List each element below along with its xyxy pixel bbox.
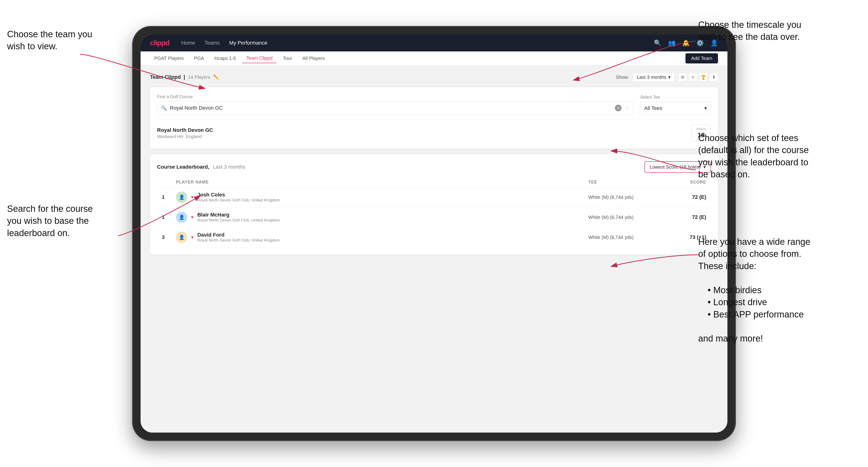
course-search-input[interactable]: Royal North Devon GC xyxy=(170,105,612,111)
player-rank: 1 xyxy=(162,214,176,220)
heart-icon[interactable]: ♥ xyxy=(191,215,194,220)
leaderboard-card: Course Leaderboard, Last 3 months Lowest… xyxy=(150,154,718,254)
find-course-label: Find a Golf Course xyxy=(157,94,633,99)
player-name: Josh Coles xyxy=(197,192,280,198)
bell-icon[interactable]: 🔔 xyxy=(682,39,690,47)
sub-nav-left: PGAT Players PGA Hcaps 1-5 Team Clippd T… xyxy=(150,54,329,63)
annotation-middle-right: Choose which set of tees (default is all… xyxy=(698,132,809,181)
search-icon[interactable]: 🔍 xyxy=(654,39,661,47)
col-tee: TEE xyxy=(588,180,659,185)
score-value: 72 (E) xyxy=(659,194,706,200)
view-icons: ⊞ ≡ 🏆 ⬇ xyxy=(678,73,718,81)
sub-nav-hcaps[interactable]: Hcaps 1-5 xyxy=(210,54,240,63)
ipad-frame: clippd Home Teams My Performance 🔍 👥 🔔 ⚙… xyxy=(132,26,736,441)
show-value: Last 3 months xyxy=(637,74,666,80)
score-select-value: Lowest Score (18 holes) xyxy=(650,164,701,170)
tee-select-section: Select Tee All Tees ▾ xyxy=(640,95,711,115)
nav-home[interactable]: Home xyxy=(181,40,195,46)
tee-text: White (M) (6,744 yds) xyxy=(588,195,659,200)
player-details: Josh Coles Royal North Devon Golf Club, … xyxy=(197,192,280,203)
tee-select[interactable]: All Tees ▾ xyxy=(640,102,711,115)
search-icon: 🔍 xyxy=(161,105,167,111)
heart-icon[interactable]: ♥ xyxy=(191,195,194,200)
col-player: PLAYER NAME xyxy=(176,180,588,185)
nav-teams[interactable]: Teams xyxy=(205,40,220,46)
app-logo: clippd xyxy=(150,39,169,47)
course-finder-card: Find a Golf Course 🔍 Royal North Devon G… xyxy=(150,87,718,149)
tee-value: All Tees xyxy=(644,105,662,111)
leaderboard-title: Course Leaderboard, Last 3 months xyxy=(157,164,245,170)
player-name: Blair McHarg xyxy=(197,212,280,218)
annotation-top-left: Choose the team you wish to view. xyxy=(7,28,92,53)
course-result-info: Royal North Devon GC Westward Ho!, Engla… xyxy=(157,127,213,139)
chevron-down-icon: ▾ xyxy=(668,74,671,80)
avatar: 👤 xyxy=(176,231,187,243)
table-row: 3 👤 ♥ David Ford Royal North Devon Golf … xyxy=(157,227,711,247)
nav-my-performance[interactable]: My Performance xyxy=(229,40,267,46)
player-details: Blair McHarg Royal North Devon Golf Club… xyxy=(197,212,280,223)
nav-links: Home Teams My Performance xyxy=(181,40,654,46)
annotation-bottom-left: Search for the course you wish to base t… xyxy=(7,203,93,239)
course-search-section: Find a Golf Course 🔍 Royal North Devon G… xyxy=(157,94,633,115)
team-name: Team Clippd | 14 Players xyxy=(150,74,210,80)
sub-nav-team-clippd[interactable]: Team Clippd xyxy=(242,54,277,63)
player-info: 👤 ♥ David Ford Royal North Devon Golf Cl… xyxy=(176,231,588,243)
list-view-button[interactable]: ≡ xyxy=(689,73,697,81)
col-rank xyxy=(162,180,176,185)
score-value: 72 (E) xyxy=(659,214,706,220)
add-team-button[interactable]: Add Team xyxy=(685,53,718,63)
player-club: Royal North Devon Golf Club, United King… xyxy=(197,198,280,203)
favorite-icon[interactable]: ☆ xyxy=(624,105,629,111)
holes-label: Holes xyxy=(696,127,706,131)
player-name: David Ford xyxy=(197,232,280,238)
course-finder-row: Find a Golf Course 🔍 Royal North Devon G… xyxy=(157,94,711,115)
clear-search-button[interactable]: ✕ xyxy=(615,105,621,111)
player-details: David Ford Royal North Devon Golf Club, … xyxy=(197,232,280,243)
leaderboard-header: Course Leaderboard, Last 3 months Lowest… xyxy=(157,161,711,173)
avatar: 👤 xyxy=(176,212,187,223)
edit-icon[interactable]: ✏️ xyxy=(213,74,219,80)
main-content: Team Clippd | 14 Players ✏️ Show: Last 3… xyxy=(141,66,727,433)
player-info: 👤 ♥ Josh Coles Royal North Devon Golf Cl… xyxy=(176,191,588,203)
show-select[interactable]: Last 3 months ▾ xyxy=(632,73,675,82)
player-info: 👤 ♥ Blair McHarg Royal North Devon Golf … xyxy=(176,212,588,223)
player-rank: 1 xyxy=(162,194,176,200)
course-result: Royal North Devon GC Westward Ho!, Engla… xyxy=(157,120,711,142)
sub-nav-pga[interactable]: PGA xyxy=(190,54,208,63)
player-count: 14 Players xyxy=(188,74,210,80)
annotation-bottom-right: Here you have a wide range of options to… xyxy=(698,236,810,345)
player-club: Royal North Devon Golf Club, United King… xyxy=(197,218,280,223)
grid-view-button[interactable]: ⊞ xyxy=(678,73,687,81)
avatar: 👤 xyxy=(176,191,187,203)
team-controls: Show: Last 3 months ▾ ⊞ ≡ 🏆 ⬇ xyxy=(616,73,718,82)
show-label: Show: xyxy=(616,74,629,80)
tee-text: White (M) (6,744 yds) xyxy=(588,215,659,220)
select-tee-label: Select Tee xyxy=(640,95,711,100)
sub-nav: PGAT Players PGA Hcaps 1-5 Team Clippd T… xyxy=(141,52,727,66)
nav-bar: clippd Home Teams My Performance 🔍 👥 🔔 ⚙… xyxy=(141,34,727,52)
course-result-location: Westward Ho!, England xyxy=(157,134,213,139)
sub-nav-pgat[interactable]: PGAT Players xyxy=(150,54,188,63)
sub-nav-all-players[interactable]: All Players xyxy=(298,54,329,63)
annotation-top-right: Choose the timescale you wish to see the… xyxy=(698,19,863,43)
ipad-screen: clippd Home Teams My Performance 🔍 👥 🔔 ⚙… xyxy=(141,34,727,433)
tee-text: White (M) (6,744 yds) xyxy=(588,235,659,240)
team-title: Team Clippd | 14 Players ✏️ xyxy=(150,74,219,80)
sub-nav-tour[interactable]: Tour xyxy=(279,54,296,63)
download-button[interactable]: ⬇ xyxy=(710,73,718,81)
heart-icon[interactable]: ♥ xyxy=(191,235,194,240)
users-icon[interactable]: 👥 xyxy=(668,39,676,47)
team-header: Team Clippd | 14 Players ✏️ Show: Last 3… xyxy=(150,73,718,82)
chevron-down-icon: ▾ xyxy=(704,105,707,111)
course-search-box[interactable]: 🔍 Royal North Devon GC ✕ ☆ xyxy=(157,101,633,115)
course-result-name: Royal North Devon GC xyxy=(157,127,213,133)
player-rank: 3 xyxy=(162,234,176,240)
table-row: 1 👤 ♥ Blair McHarg Royal North Devon Gol… xyxy=(157,207,711,227)
trophy-view-button[interactable]: 🏆 xyxy=(699,73,708,81)
table-row: 1 👤 ♥ Josh Coles Royal North Devon Golf … xyxy=(157,187,711,207)
leaderboard-table-header: PLAYER NAME TEE SCORE xyxy=(157,177,711,187)
player-club: Royal North Devon Golf Club, United King… xyxy=(197,238,280,243)
